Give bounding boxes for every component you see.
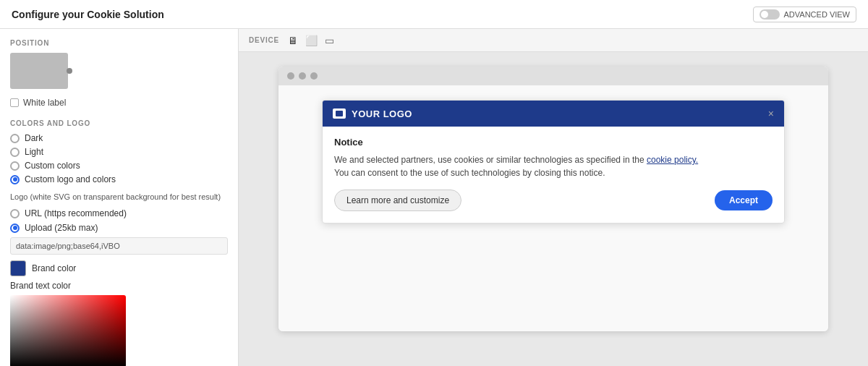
white-label-row: White label <box>10 98 228 108</box>
mobile-icon[interactable]: ▭ <box>325 35 334 46</box>
page-title: Configure your Cookie Solution <box>12 9 164 20</box>
cookie-actions: Learn more and customize Accept <box>334 190 773 211</box>
device-icons: 🖥 ⬜ ▭ <box>288 35 334 46</box>
browser-mock: YOUR LOGO × Notice We and selected partn… <box>278 67 828 331</box>
browser-dot-1 <box>287 72 294 80</box>
browser-chrome <box>278 67 828 85</box>
radio-row-custom-logo[interactable]: Custom logo and colors <box>10 174 228 184</box>
position-dot <box>67 68 72 74</box>
data-input[interactable]: data:image/png;base64,iVBO <box>10 237 228 255</box>
brand-text-color-row: Brand text color <box>10 281 228 291</box>
toggle-switch[interactable] <box>760 9 780 20</box>
white-label-checkbox[interactable] <box>10 98 19 107</box>
radio-light[interactable] <box>10 148 20 157</box>
logo-hint: Logo (white SVG on transparent backgroun… <box>10 192 228 203</box>
radio-custom-logo[interactable] <box>10 175 20 184</box>
cookie-body: Notice We and selected partners, use coo… <box>323 127 784 223</box>
colors-label: COLORS AND LOGO <box>10 119 228 127</box>
radio-dark[interactable] <box>10 134 20 143</box>
browser-dot-2 <box>299 72 306 80</box>
radio-light-label: Light <box>25 147 43 157</box>
preview-area: YOUR LOGO × Notice We and selected partn… <box>239 52 868 366</box>
radio-upload[interactable] <box>10 224 20 233</box>
colors-section: COLORS AND LOGO Dark Light Custom colors… <box>10 119 228 366</box>
cookie-header: YOUR LOGO × <box>323 101 784 127</box>
cookie-notice-text: We and selected partners, use cookies or… <box>334 153 773 179</box>
brand-text-color-label: Brand text color <box>10 281 71 291</box>
logo-icon <box>333 108 346 119</box>
brand-color-swatch[interactable] <box>10 260 26 276</box>
url-label: URL (https recommended) <box>25 208 127 218</box>
cookie-notice-text-2: You can consent to the use of such techn… <box>334 168 605 178</box>
cookie-policy-link[interactable]: cookie policy. <box>647 155 698 165</box>
position-label: POSITION <box>10 39 228 47</box>
browser-dot-3 <box>310 72 318 80</box>
cookie-header-logo: YOUR LOGO <box>333 108 412 119</box>
radio-row-dark[interactable]: Dark <box>10 133 228 143</box>
radio-row-light[interactable]: Light <box>10 147 228 157</box>
radio-custom-colors[interactable] <box>10 161 20 171</box>
brand-color-label: Brand color <box>32 263 76 273</box>
browser-content: YOUR LOGO × Notice We and selected partn… <box>278 85 828 331</box>
advanced-view-label: ADVANCED VIEW <box>784 10 850 19</box>
radio-custom-logo-label: Custom logo and colors <box>25 174 116 184</box>
cookie-notice-text-1: We and selected partners, use cookies or… <box>334 155 644 165</box>
right-panel: DEVICE 🖥 ⬜ ▭ <box>239 29 868 366</box>
radio-custom-colors-label: Custom colors <box>25 161 80 171</box>
desktop-icon[interactable]: 🖥 <box>288 35 298 46</box>
cookie-logo-text: YOUR LOGO <box>352 108 412 119</box>
learn-more-button[interactable]: Learn more and customize <box>334 190 461 211</box>
cookie-banner: YOUR LOGO × Notice We and selected partn… <box>322 100 785 224</box>
main-layout: POSITION White label COLORS AND LOGO Dar… <box>0 29 868 366</box>
white-label-text: White label <box>23 98 66 108</box>
device-bar: DEVICE 🖥 ⬜ ▭ <box>239 29 868 52</box>
tablet-icon[interactable]: ⬜ <box>305 35 318 46</box>
url-row: URL (https recommended) <box>10 208 228 218</box>
upload-row: Upload (25kb max) <box>10 223 228 233</box>
color-options-group: Dark Light Custom colors Custom logo and… <box>10 133 228 184</box>
position-section: POSITION White label <box>10 39 228 108</box>
radio-row-custom-colors[interactable]: Custom colors <box>10 161 228 171</box>
device-label: DEVICE <box>249 36 279 44</box>
cookie-notice-title: Notice <box>334 137 773 148</box>
header: Configure your Cookie Solution ADVANCED … <box>0 0 868 29</box>
cookie-close-button[interactable]: × <box>768 108 774 119</box>
color-picker-area[interactable] <box>10 295 126 366</box>
logo-icon-inner <box>336 111 343 116</box>
advanced-view-toggle[interactable]: ADVANCED VIEW <box>753 7 856 22</box>
left-panel: POSITION White label COLORS AND LOGO Dar… <box>0 29 239 366</box>
radio-dark-label: Dark <box>25 133 43 143</box>
upload-label: Upload (25kb max) <box>25 223 98 233</box>
radio-url[interactable] <box>10 209 20 218</box>
brand-color-row: Brand color <box>10 260 228 276</box>
accept-button[interactable]: Accept <box>715 190 773 210</box>
position-box[interactable] <box>10 53 68 89</box>
